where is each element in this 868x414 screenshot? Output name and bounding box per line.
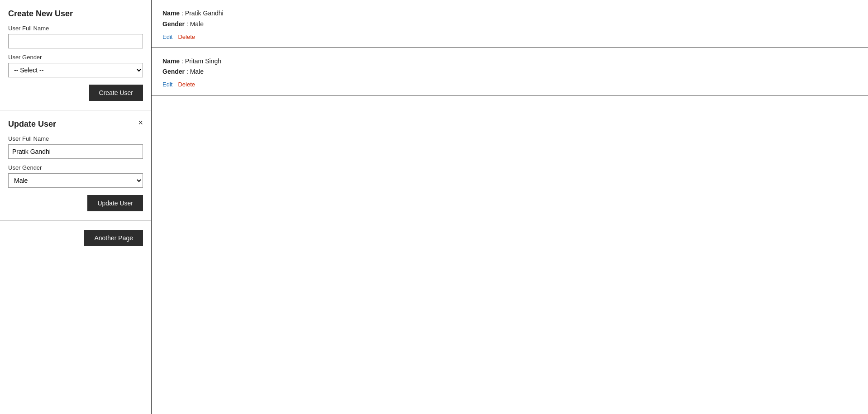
user-card-2-gender-separator: : <box>186 68 190 75</box>
user-card-1-actions: Edit Delete <box>162 33 857 40</box>
create-name-input[interactable] <box>8 34 143 48</box>
right-panel: Name : Pratik Gandhi Gender : Male Edit … <box>152 0 868 414</box>
user-card-2-gender-line: Gender : Male <box>162 67 857 77</box>
create-gender-label: User Gender <box>8 54 143 61</box>
update-user-section: Update User × User Full Name User Gender… <box>0 110 151 221</box>
user-card-2-name-line: Name : Pritam Singh <box>162 56 857 67</box>
create-user-button[interactable]: Create User <box>89 85 143 101</box>
user-card-1-edit-link[interactable]: Edit <box>162 33 172 40</box>
update-name-input[interactable] <box>8 144 143 159</box>
user-card-1-gender-line: Gender : Male <box>162 19 857 30</box>
another-page-section: Another Page <box>0 221 151 255</box>
user-card-2-edit-link[interactable]: Edit <box>162 81 172 88</box>
user-card-2: Name : Pritam Singh Gender : Male Edit D… <box>152 48 868 96</box>
update-name-label: User Full Name <box>8 135 143 142</box>
user-card-2-delete-link[interactable]: Delete <box>178 81 195 88</box>
create-name-label: User Full Name <box>8 25 143 32</box>
user-card-2-gender-value: Male <box>190 68 204 75</box>
create-section-title: Create New User <box>8 9 143 19</box>
user-card-1-gender-label: Gender <box>162 20 185 28</box>
update-close-button[interactable]: × <box>138 119 143 127</box>
user-card-2-gender-label: Gender <box>162 68 185 75</box>
user-card-1-name-value: Pratik Gandhi <box>185 10 224 17</box>
user-card-1-gender-separator: : <box>186 20 190 28</box>
update-user-button[interactable]: Update User <box>87 195 143 211</box>
update-section-title: Update User <box>8 119 143 129</box>
user-card-1: Name : Pratik Gandhi Gender : Male Edit … <box>152 0 868 48</box>
user-card-2-actions: Edit Delete <box>162 81 857 88</box>
user-card-1-gender-value: Male <box>190 20 204 28</box>
user-card-1-name-label: Name <box>162 10 180 17</box>
create-gender-select[interactable]: -- Select -- Male Female Other <box>8 63 143 77</box>
user-card-1-name-separator: : <box>181 10 185 17</box>
another-page-button[interactable]: Another Page <box>84 230 143 246</box>
user-card-2-name-label: Name <box>162 57 180 65</box>
update-gender-label: User Gender <box>8 164 143 171</box>
left-panel: Create New User User Full Name User Gend… <box>0 0 152 414</box>
user-card-2-name-separator: : <box>181 57 185 65</box>
create-user-section: Create New User User Full Name User Gend… <box>0 0 151 110</box>
user-card-1-delete-link[interactable]: Delete <box>178 33 195 40</box>
user-card-1-name-line: Name : Pratik Gandhi <box>162 8 857 19</box>
user-card-2-name-value: Pritam Singh <box>185 57 221 65</box>
update-gender-select[interactable]: -- Select -- Male Female Other <box>8 173 143 188</box>
